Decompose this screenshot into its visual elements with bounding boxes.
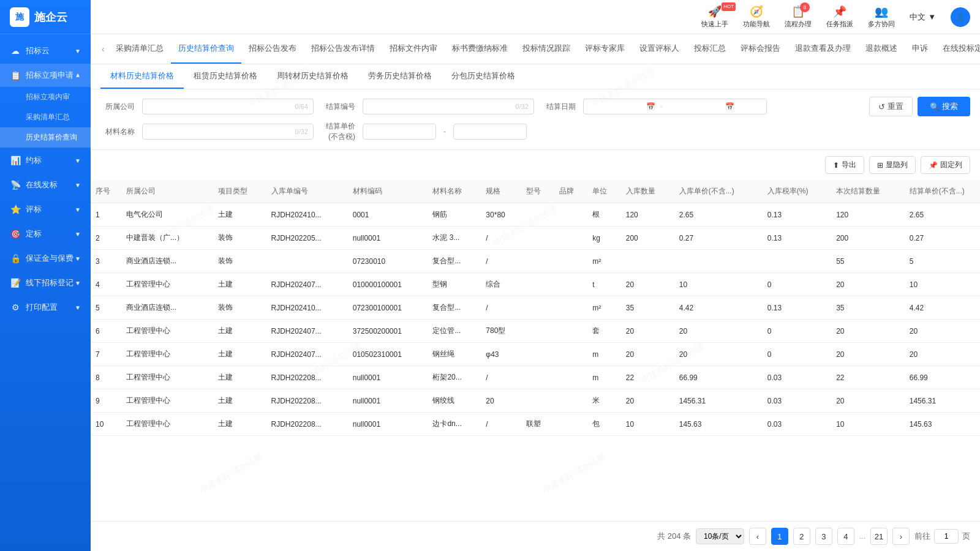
- table-cell: [521, 320, 554, 343]
- page-jump-input[interactable]: [934, 529, 959, 544]
- reset-button[interactable]: ↺ 重置: [869, 97, 913, 116]
- col-stock-tax: 入库税率(%): [763, 180, 831, 203]
- nav-tab-purchase[interactable]: 采购清单汇总: [108, 34, 171, 64]
- fixed-column-button[interactable]: 📌 固定列: [921, 156, 970, 174]
- nav-tab-refund-handle[interactable]: 退款查看及办理: [788, 34, 858, 64]
- collab-icon: 👥: [875, 5, 888, 18]
- settlement-no-input[interactable]: [368, 99, 521, 114]
- table-cell: [554, 250, 587, 273]
- table-cell: [521, 389, 554, 413]
- chevron-icon-pingbiao: ▼: [75, 206, 81, 213]
- col-material-name: 材料名称: [428, 180, 481, 203]
- table-cell: 米: [587, 389, 620, 413]
- sidebar-group-header-project[interactable]: 📋 招标立项申请 ▼: [0, 64, 91, 87]
- table-cell: 10: [91, 413, 121, 436]
- sidebar-item-purchase-list[interactable]: 采购清单汇总: [0, 107, 91, 127]
- material-name-input[interactable]: [148, 124, 300, 139]
- unit-price-min-input[interactable]: [363, 124, 436, 140]
- nav-tab-fee-standard[interactable]: 标书费缴纳标准: [445, 34, 515, 64]
- sidebar-group-header-yuebiao[interactable]: 📊 约标 ▼: [0, 149, 91, 172]
- calendar-icon-2: 📅: [725, 102, 734, 111]
- table-cell: 35: [831, 296, 905, 320]
- table-cell: 4.42: [674, 296, 763, 320]
- table-cell: m²: [587, 296, 620, 320]
- sub-tab-turnover[interactable]: 周转材历史结算价格: [267, 64, 358, 89]
- sidebar-group-label-yuebiao: 约标: [26, 155, 42, 166]
- export-button[interactable]: ⬆ 导出: [825, 156, 864, 174]
- nav-tab-tender-detail[interactable]: 招标公告发布详情: [304, 34, 382, 64]
- page-num-2[interactable]: 2: [793, 528, 810, 545]
- material-name-label: 材料名称: [100, 127, 135, 137]
- display-column-button[interactable]: ⊞ 显隐列: [869, 156, 916, 174]
- page-num-last[interactable]: 21: [870, 528, 888, 545]
- page-num-4[interactable]: 4: [837, 528, 854, 545]
- sidebar-group-print: ⚙ 打印配置 ▼: [0, 296, 91, 319]
- nav-tab-appeal[interactable]: 申诉: [905, 34, 935, 64]
- table-cell: [554, 296, 587, 320]
- task-dispatch-item[interactable]: 📌 任务指派: [826, 5, 853, 29]
- table-cell: [266, 250, 348, 273]
- date-start-input[interactable]: [589, 102, 644, 111]
- page-size-select[interactable]: 10条/页 20条/页 50条/页: [696, 528, 744, 544]
- prev-page-button[interactable]: ‹: [749, 528, 766, 545]
- date-end-input[interactable]: [668, 102, 723, 111]
- table-cell: m: [587, 366, 620, 389]
- sidebar-item-history-price[interactable]: 历史结算价查询: [0, 127, 91, 148]
- sidebar-group-header-deposit[interactable]: 🔒 保证金与保费 ▼: [0, 247, 91, 270]
- gear-icon: ⚙: [10, 302, 21, 313]
- table-cell: 综合: [481, 273, 521, 296]
- sub-tab-material[interactable]: 材料历史结算价格: [100, 64, 184, 89]
- table-cell: RJDH202410...: [266, 296, 348, 320]
- search-button[interactable]: 🔍 搜索: [918, 97, 970, 116]
- sidebar-group-header-zhaobaoyun[interactable]: ☁ 招标云 ▼: [0, 39, 91, 62]
- next-page-button[interactable]: ›: [892, 528, 910, 545]
- sidebar-group-header-online-bid[interactable]: 📡 在线发标 ▼: [0, 173, 91, 197]
- nav-tab-tender-file[interactable]: 招标文件内审: [382, 34, 445, 64]
- sub-tab-labor[interactable]: 劳务历史结算价格: [358, 64, 442, 89]
- user-avatar[interactable]: 👤: [951, 7, 970, 27]
- sidebar-menu: ☁ 招标云 ▼ 📋 招标立项申请 ▼ 招标立项内审 采购清单汇总 历史结算价查询: [0, 34, 91, 551]
- sub-tab-rental[interactable]: 租赁历史结算价格: [184, 64, 267, 89]
- sidebar-group-header-print[interactable]: ⚙ 打印配置 ▼: [0, 296, 91, 319]
- table-cell: 66.99: [905, 366, 980, 389]
- nav-tab-bid-tracking[interactable]: 投标情况跟踪: [515, 34, 578, 64]
- table-cell: 22: [621, 366, 674, 389]
- table-cell: 20: [674, 343, 763, 366]
- table-cell: 装饰: [213, 227, 266, 250]
- table-cell: RJDH202407...: [266, 273, 348, 296]
- sidebar-item-inner-audit[interactable]: 招标立项内审: [0, 87, 91, 107]
- process-badge: 8: [800, 2, 810, 12]
- nav-left-arrow[interactable]: ‹: [98, 44, 108, 54]
- col-spec: 规格: [481, 180, 521, 203]
- page-num-1[interactable]: 1: [771, 528, 788, 545]
- nav-tab-eval-report[interactable]: 评标会报告: [733, 34, 788, 64]
- sidebar-group-label: 招标云: [26, 45, 50, 56]
- function-nav-item[interactable]: 🧭 功能导航: [743, 5, 770, 29]
- date-range-picker[interactable]: 📅 - 📅: [583, 99, 767, 114]
- nav-tab-set-evaluator[interactable]: 设置评标人: [632, 34, 687, 64]
- sub-tab-subcontract[interactable]: 分包历史结算价格: [442, 64, 525, 89]
- lang-selector[interactable]: 中文 ▼: [910, 12, 936, 23]
- quick-start-item[interactable]: 🚀 快速上手 HOT: [701, 5, 728, 29]
- unit-price-max-input[interactable]: [453, 124, 527, 140]
- nav-tab-bid-summary[interactable]: 投标汇总: [687, 34, 733, 64]
- chevron-icon-offline-bid: ▼: [75, 280, 81, 287]
- process-office-item[interactable]: 📋 8 流程办理: [785, 5, 812, 29]
- nav-tab-history-price[interactable]: 历史结算价查询: [171, 34, 241, 64]
- calendar-icon: 📅: [646, 102, 655, 111]
- nav-tab-refund-overview[interactable]: 退款概述: [858, 34, 905, 64]
- sidebar-group-header-dingbiao[interactable]: 🎯 定标 ▼: [0, 222, 91, 246]
- table-cell: 工程管理中心: [121, 366, 213, 389]
- chevron-icon-dingbiao: ▼: [75, 231, 81, 238]
- sidebar-group-header-pingbiao[interactable]: ⭐ 评标 ▼: [0, 198, 91, 221]
- table-cell: 工程管理中心: [121, 413, 213, 436]
- page-num-3[interactable]: 3: [815, 528, 832, 545]
- nav-tab-online-bid-report[interactable]: 在线投标定标报审: [935, 34, 980, 64]
- nav-tab-expert-pool[interactable]: 评标专家库: [578, 34, 632, 64]
- multi-collab-item[interactable]: 👥 多方协同: [868, 5, 895, 29]
- nav-tab-tender-notice[interactable]: 招标公告发布: [241, 34, 304, 64]
- table-cell: 联塑: [521, 413, 554, 436]
- company-input[interactable]: [148, 99, 300, 114]
- sidebar-group-header-offline-bid[interactable]: 📝 线下招标登记 ▼: [0, 271, 91, 294]
- table-cell: 水泥 3...: [428, 227, 481, 250]
